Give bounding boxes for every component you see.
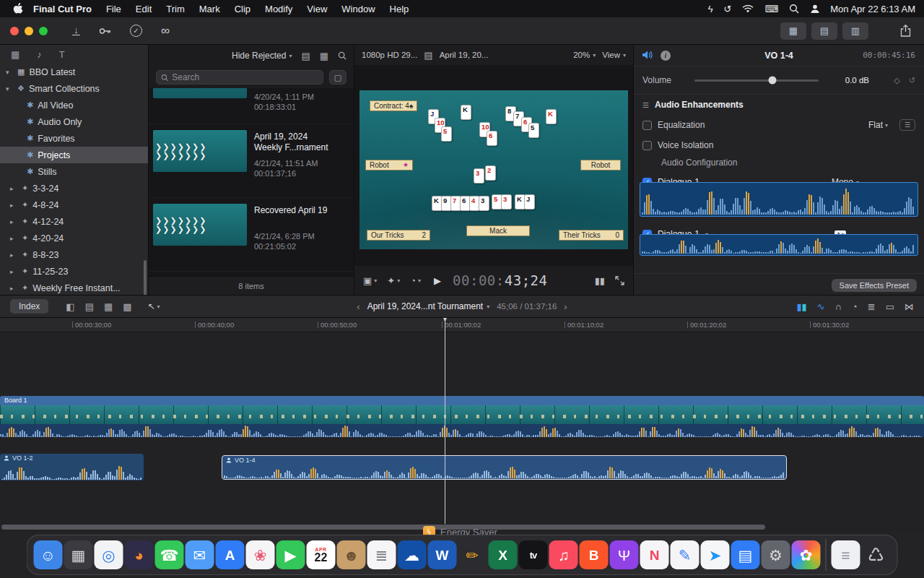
playhead[interactable] (445, 318, 445, 524)
audio-meters-icon[interactable]: ▮▮ (796, 301, 806, 312)
timeline-index-icon[interactable]: ≣ (868, 301, 876, 312)
podcasts-icon[interactable]: Ψ (610, 540, 639, 569)
keywords-button[interactable] (99, 27, 111, 35)
safari-icon[interactable]: ◎ (95, 540, 123, 569)
timeline-sidebar-icon[interactable]: ▭ (886, 301, 894, 312)
show-browser-button[interactable]: ▦ (780, 22, 806, 40)
disclosure-closed-icon[interactable]: ▸ (10, 202, 17, 209)
menu-item[interactable]: Modify (265, 4, 292, 14)
channel-1-waveform-box[interactable] (640, 182, 918, 217)
clip-item[interactable]: ❯❯❯❯❯❯❯ ❯❯❯❯❯❯❯ Recovered April 19 4/21/… (149, 198, 354, 272)
settings-icon[interactable]: ⚙ (762, 540, 790, 569)
clip-item[interactable]: ❯❯❯❯❯❯❯ ❯❯❯❯❯❯❯ 4/20/24, 1:11 PM 00:18:3… (149, 88, 354, 124)
clip-item[interactable]: ❯❯❯❯❯❯❯ ❯❯❯❯❯❯❯ April 19, 2024 Weekly F.… (149, 124, 354, 198)
sidebar-item-audio-only[interactable]: ✱ Audio Only (0, 113, 148, 130)
menu-item[interactable]: File (106, 4, 121, 14)
sidebar-item-all-video[interactable]: ✱ All Video (0, 97, 148, 113)
filmstrip-view-icon[interactable]: ▦ (320, 51, 328, 61)
current-timecode[interactable]: 00:00:43;24 (453, 272, 547, 288)
timeline-clip-board-1[interactable]: Board 1 (0, 396, 924, 437)
clip-appearance-button-3[interactable]: ▦ (104, 301, 113, 312)
search-filter-button[interactable]: ▢ (329, 70, 346, 85)
fullscreen-icon[interactable] (615, 276, 624, 285)
transform-tool-dropdown[interactable]: ▣ ▾ (363, 275, 377, 286)
equalization-dropdown[interactable]: Flat ▾ (868, 120, 888, 130)
effects-browser-button[interactable]: ∞ (161, 24, 170, 38)
timeline-scrollbar[interactable] (1, 525, 765, 530)
info-inspector-icon[interactable]: i (661, 51, 671, 61)
snapping-icon[interactable]: ⋈ (905, 301, 914, 312)
timeline-clip-vo-1-4[interactable]: VO 1-4 (222, 455, 787, 480)
brave-icon[interactable]: B (580, 540, 609, 569)
time-machine-icon[interactable]: ↺ (724, 4, 732, 14)
news-icon[interactable]: N (640, 540, 669, 569)
search-toggle-icon[interactable] (338, 51, 346, 60)
vector-app-icon[interactable]: ➤ (701, 540, 730, 569)
volume-value[interactable]: 0.0 dB (827, 76, 869, 85)
app-store-icon[interactable]: A (216, 540, 245, 569)
sidebar-library-row[interactable]: ▾ ▦ BBO Latest (0, 64, 148, 80)
zoom-window-button[interactable] (39, 27, 48, 35)
index-button[interactable]: Index (10, 299, 48, 314)
volume-slider[interactable] (694, 79, 819, 82)
channel-2-waveform-box[interactable] (640, 234, 918, 256)
show-inspector-button[interactable]: ▥ (842, 22, 868, 40)
menu-item[interactable]: Help (390, 4, 409, 14)
calendar-icon[interactable]: APR 22 (307, 540, 336, 569)
keyboard-icon[interactable]: ⌨ (764, 4, 778, 14)
search-input[interactable] (172, 72, 318, 82)
pencil-icon[interactable]: ✏ (458, 540, 487, 569)
sidebar-event-item[interactable]: ▸ ✦ 11-25-23 (0, 263, 148, 280)
freeform-icon[interactable]: ✎ (671, 540, 699, 569)
sidebar-item-favorites[interactable]: ✱ Favorites (0, 130, 148, 147)
menu-bar-clock[interactable]: Mon Apr 22 6:13 AM (830, 4, 915, 14)
facetime-icon[interactable]: ▶ (276, 540, 305, 569)
menu-item[interactable]: Trim (166, 4, 185, 14)
timeline-pane[interactable]: 00:00:30;00 00:00:40;00 00:00:50;00 (0, 318, 924, 532)
clip-appearance-button-2[interactable]: ▤ (85, 301, 94, 312)
minimize-window-button[interactable] (25, 27, 33, 35)
keynote-icon[interactable]: ▤ (731, 540, 760, 569)
menu-item[interactable]: Mark (199, 4, 220, 14)
finder-icon[interactable]: ☺ (34, 540, 63, 569)
retime-tool-dropdown[interactable]: ◔ ▾ (410, 275, 421, 286)
libraries-pane-icon[interactable]: ▦ (11, 49, 19, 60)
share-button[interactable] (900, 25, 911, 37)
disclosure-closed-icon[interactable]: ▸ (10, 251, 17, 259)
messages-icon[interactable]: ☎ (155, 540, 184, 569)
disclosure-closed-icon[interactable]: ▸ (10, 268, 17, 275)
format-info[interactable]: 1080p HD 29... (362, 51, 417, 59)
timeline-clip-vo-1-2[interactable]: VO 1-2 (0, 454, 144, 480)
firefox-icon[interactable]: ◕ (125, 540, 154, 569)
wifi-icon[interactable] (742, 5, 754, 13)
app-menu-title[interactable]: Final Cut Pro (33, 4, 92, 14)
previous-project-icon[interactable]: ‹ (357, 301, 359, 312)
trash-icon[interactable]: ♺ (862, 540, 891, 569)
clip-filter-dropdown[interactable]: Hide Rejected ▾ (232, 51, 292, 61)
menu-item[interactable]: Edit (136, 4, 152, 14)
audio-inspector-icon[interactable] (642, 49, 653, 62)
sidebar-item-stills[interactable]: ✱ Stills (0, 163, 148, 180)
sidebar-event-item[interactable]: ▸ ✦ 3-3-24 (0, 180, 148, 197)
clip-appearance-button-1[interactable]: ◧ (66, 301, 74, 312)
menu-item[interactable]: View (307, 4, 327, 14)
photos-icon[interactable]: ❀ (246, 540, 275, 569)
zoom-dropdown[interactable]: 20% ▾ (573, 51, 596, 59)
volume-slider-knob[interactable] (769, 77, 777, 85)
word-icon[interactable]: W (428, 540, 457, 569)
music-icon[interactable]: ♫ (549, 540, 578, 569)
sidebar-event-item[interactable]: ▸ ✦ 4-20-24 (0, 230, 148, 246)
show-timeline-button[interactable]: ▤ (811, 22, 837, 40)
proxy-media-icon[interactable]: ▤ (424, 50, 432, 61)
battery-bolt-icon[interactable]: ϟ (708, 4, 713, 14)
menu-item[interactable]: Window (341, 4, 375, 14)
mail-icon[interactable]: ✉ (186, 540, 214, 569)
clip-appearance-button-4[interactable]: ▩ (123, 301, 131, 312)
launchpad-icon[interactable]: ▦ (64, 540, 93, 569)
reminders-icon[interactable]: ≣ (367, 540, 396, 569)
sidebar-event-item[interactable]: ▸ ✦ 8-8-23 (0, 246, 148, 263)
downloads-icon[interactable]: ≡ (832, 540, 860, 569)
pixelmator-icon[interactable]: ✿ (792, 540, 821, 569)
sidebar-event-item[interactable]: ▸ ✦ 4-8-24 (0, 197, 148, 213)
menu-item[interactable]: Clip (235, 4, 250, 14)
